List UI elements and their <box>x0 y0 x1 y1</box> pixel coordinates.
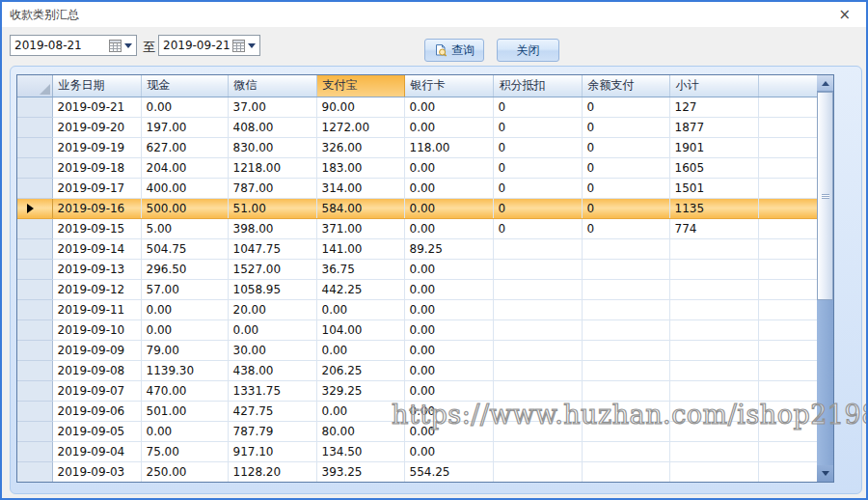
cell[interactable]: 2019-09-15 <box>52 218 141 238</box>
cell[interactable]: 393.25 <box>316 461 404 482</box>
cell[interactable]: 0.00 <box>404 401 493 421</box>
cell[interactable]: 1331.75 <box>228 380 316 401</box>
cell[interactable]: 0 <box>582 137 669 157</box>
cell[interactable]: 1135 <box>669 198 758 218</box>
cell[interactable] <box>493 401 582 421</box>
cell[interactable]: 326.00 <box>316 137 404 157</box>
cell[interactable] <box>582 441 669 461</box>
cell[interactable] <box>582 461 669 482</box>
cell[interactable]: 1128.20 <box>228 461 316 482</box>
cell[interactable]: 442.25 <box>316 279 404 299</box>
row-selector[interactable] <box>17 259 52 279</box>
cell[interactable]: 0.00 <box>141 97 228 117</box>
cell[interactable] <box>493 461 582 482</box>
cell[interactable]: 0.00 <box>141 421 228 441</box>
cell[interactable]: 2019-09-11 <box>52 299 141 319</box>
cell[interactable]: 329.25 <box>316 380 404 401</box>
cell[interactable]: 20.00 <box>228 299 316 319</box>
cell[interactable]: 0.00 <box>228 319 316 340</box>
cell[interactable]: 89.25 <box>404 238 493 259</box>
cell[interactable]: 0.00 <box>404 380 493 401</box>
cell[interactable] <box>582 401 669 421</box>
cell[interactable]: 197.00 <box>141 117 228 137</box>
cell[interactable]: 0.00 <box>316 401 404 421</box>
row-selector[interactable] <box>17 319 52 340</box>
cell[interactable]: 1605 <box>669 157 758 178</box>
cell[interactable] <box>493 299 582 319</box>
cell[interactable]: 79.00 <box>141 340 228 360</box>
cell[interactable] <box>669 401 758 421</box>
cell[interactable]: 408.00 <box>228 117 316 137</box>
cell[interactable] <box>669 461 758 482</box>
date-from-input[interactable] <box>11 37 109 54</box>
close-icon[interactable]: × <box>838 2 851 27</box>
cell[interactable] <box>669 279 758 299</box>
date-to-input[interactable] <box>159 37 232 54</box>
cell[interactable]: 501.00 <box>141 401 228 421</box>
cell[interactable]: 584.00 <box>316 198 404 218</box>
cell[interactable]: 141.00 <box>316 238 404 259</box>
table-row[interactable]: 2019-09-081139.30438.00206.250.00 <box>17 360 819 380</box>
row-selector[interactable] <box>17 340 52 360</box>
table-row[interactable]: 2019-09-20197.00408.001272.000.00001877 <box>17 117 819 137</box>
cell[interactable]: 0 <box>582 218 669 238</box>
cell[interactable]: 0.00 <box>316 299 404 319</box>
cell[interactable]: 0 <box>493 137 582 157</box>
cell[interactable]: 2019-09-20 <box>52 117 141 137</box>
table-row[interactable]: 2019-09-0475.00917.10134.500.00 <box>17 441 819 461</box>
cell[interactable] <box>582 259 669 279</box>
close-button[interactable]: 关闭 <box>497 39 559 62</box>
cell[interactable]: 427.75 <box>228 401 316 421</box>
row-selector[interactable] <box>17 238 52 259</box>
cell[interactable]: 127 <box>669 97 758 117</box>
scroll-up-button[interactable] <box>817 75 833 92</box>
row-selector[interactable] <box>17 380 52 401</box>
cell[interactable]: 37.00 <box>228 97 316 117</box>
cell[interactable]: 2019-09-16 <box>52 198 141 218</box>
cell[interactable]: 5.00 <box>141 218 228 238</box>
scroll-down-button[interactable] <box>817 465 833 482</box>
cell[interactable]: 36.75 <box>316 259 404 279</box>
cell[interactable]: 787.79 <box>228 421 316 441</box>
cell[interactable] <box>493 380 582 401</box>
table-row[interactable]: 2019-09-07470.001331.75329.250.00 <box>17 380 819 401</box>
cell[interactable]: 30.00 <box>228 340 316 360</box>
cell[interactable]: 2019-09-07 <box>52 380 141 401</box>
column-header[interactable]: 现金 <box>141 75 228 97</box>
row-selector[interactable] <box>17 178 52 198</box>
cell[interactable] <box>493 340 582 360</box>
table-row[interactable]: 2019-09-155.00398.00371.000.0000774 <box>17 218 819 238</box>
cell[interactable]: 57.00 <box>141 279 228 299</box>
cell[interactable] <box>669 380 758 401</box>
cell[interactable]: 400.00 <box>141 178 228 198</box>
cell[interactable]: 0.00 <box>404 441 493 461</box>
cell[interactable]: 250.00 <box>141 461 228 482</box>
cell[interactable] <box>493 360 582 380</box>
chevron-down-icon[interactable] <box>124 43 132 48</box>
query-button[interactable]: 查询 <box>424 39 484 62</box>
cell[interactable]: 1218.00 <box>228 157 316 178</box>
table-row[interactable]: 2019-09-14504.751047.75141.0089.25 <box>17 238 819 259</box>
cell[interactable]: 134.50 <box>316 441 404 461</box>
table-row[interactable]: 2019-09-06501.00427.750.000.00 <box>17 401 819 421</box>
row-selector[interactable] <box>17 360 52 380</box>
cell[interactable]: 0.00 <box>404 360 493 380</box>
cell[interactable]: 0 <box>493 198 582 218</box>
cell[interactable]: 2019-09-12 <box>52 279 141 299</box>
cell[interactable]: 0.00 <box>316 340 404 360</box>
cell[interactable]: 2019-09-03 <box>52 461 141 482</box>
cell[interactable]: 0 <box>582 97 669 117</box>
cell[interactable] <box>582 299 669 319</box>
cell[interactable] <box>582 340 669 360</box>
cell[interactable]: 1901 <box>669 137 758 157</box>
row-selector[interactable] <box>17 401 52 421</box>
cell[interactable]: 0.00 <box>404 178 493 198</box>
cell[interactable]: 0 <box>493 97 582 117</box>
cell[interactable]: 0.00 <box>404 117 493 137</box>
cell[interactable] <box>669 360 758 380</box>
cell[interactable]: 1058.95 <box>228 279 316 299</box>
row-selector[interactable] <box>17 97 52 117</box>
column-header[interactable]: 小计 <box>669 75 758 97</box>
column-header[interactable]: 支付宝 <box>316 75 404 97</box>
table-row[interactable]: 2019-09-19627.00830.00326.00118.00001901 <box>17 137 819 157</box>
